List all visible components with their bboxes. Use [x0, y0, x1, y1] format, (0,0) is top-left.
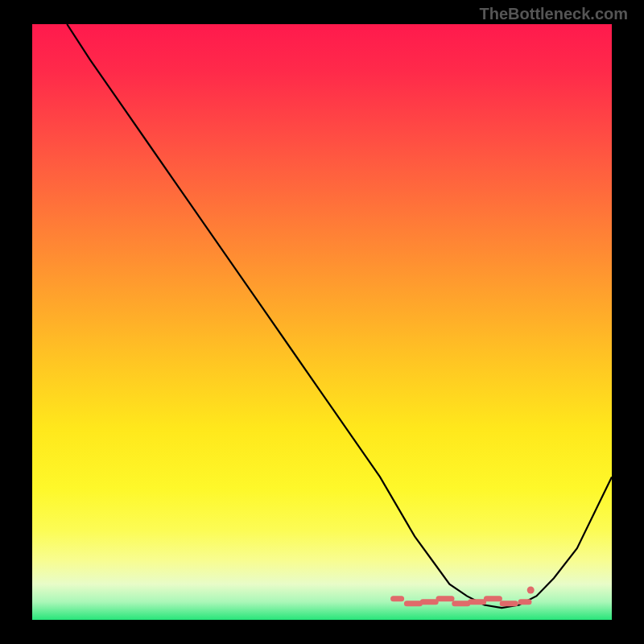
valley-markers	[394, 587, 535, 604]
plot-area	[32, 24, 612, 620]
watermark-text: TheBottleneck.com	[480, 5, 628, 23]
main-curve	[67, 24, 612, 608]
valley-marker-dot	[527, 587, 535, 594]
chart-svg	[32, 24, 612, 620]
